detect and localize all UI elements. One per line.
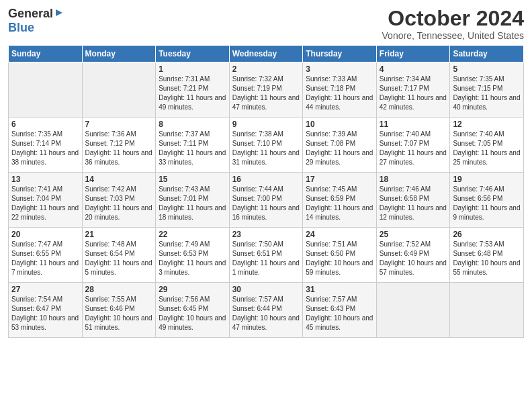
day-detail: Sunrise: 7:57 AMSunset: 6:43 PMDaylight:… xyxy=(306,295,373,332)
col-thursday: Thursday xyxy=(303,46,377,62)
day-number: 4 xyxy=(380,64,447,74)
calendar-cell: 11Sunrise: 7:40 AMSunset: 7:07 PMDayligh… xyxy=(376,118,450,173)
calendar-cell: 5Sunrise: 7:35 AMSunset: 7:15 PMDaylight… xyxy=(450,62,524,118)
day-number: 16 xyxy=(232,175,300,184)
day-detail: Sunrise: 7:42 AMSunset: 7:03 PMDaylight:… xyxy=(85,185,153,222)
day-number: 18 xyxy=(380,175,447,184)
calendar-cell: 10Sunrise: 7:39 AMSunset: 7:08 PMDayligh… xyxy=(303,118,377,173)
day-detail: Sunrise: 7:35 AMSunset: 7:14 PMDaylight:… xyxy=(11,130,79,167)
day-detail: Sunrise: 7:35 AMSunset: 7:15 PMDaylight:… xyxy=(453,75,521,112)
calendar-cell xyxy=(376,283,450,338)
day-number: 30 xyxy=(232,285,300,294)
calendar-cell: 21Sunrise: 7:48 AMSunset: 6:54 PMDayligh… xyxy=(82,228,156,283)
calendar-table: Sunday Monday Tuesday Wednesday Thursday… xyxy=(8,45,524,338)
calendar-cell: 22Sunrise: 7:49 AMSunset: 6:53 PMDayligh… xyxy=(156,228,230,283)
day-detail: Sunrise: 7:44 AMSunset: 7:00 PMDaylight:… xyxy=(232,185,300,222)
calendar-cell: 2Sunrise: 7:32 AMSunset: 7:19 PMDaylight… xyxy=(229,62,303,118)
day-number: 25 xyxy=(380,230,447,239)
day-detail: Sunrise: 7:50 AMSunset: 6:51 PMDaylight:… xyxy=(232,240,300,277)
calendar-cell: 4Sunrise: 7:34 AMSunset: 7:17 PMDaylight… xyxy=(376,62,450,118)
calendar-week-2: 6Sunrise: 7:35 AMSunset: 7:14 PMDaylight… xyxy=(9,118,524,173)
day-detail: Sunrise: 7:40 AMSunset: 7:05 PMDaylight:… xyxy=(453,130,521,167)
page-container: General Blue October 2024 Vonore, Tennes… xyxy=(0,0,532,343)
calendar-cell: 25Sunrise: 7:52 AMSunset: 6:49 PMDayligh… xyxy=(376,228,450,283)
col-tuesday: Tuesday xyxy=(156,46,230,62)
calendar-week-1: 1Sunrise: 7:31 AMSunset: 7:21 PMDaylight… xyxy=(9,62,524,118)
col-saturday: Saturday xyxy=(450,46,524,62)
day-detail: Sunrise: 7:49 AMSunset: 6:53 PMDaylight:… xyxy=(159,240,226,277)
calendar-cell: 6Sunrise: 7:35 AMSunset: 7:14 PMDaylight… xyxy=(9,118,83,173)
day-detail: Sunrise: 7:45 AMSunset: 6:59 PMDaylight:… xyxy=(306,185,373,222)
day-detail: Sunrise: 7:40 AMSunset: 7:07 PMDaylight:… xyxy=(380,130,447,167)
day-number: 19 xyxy=(453,175,521,184)
header-row: Sunday Monday Tuesday Wednesday Thursday… xyxy=(9,46,524,62)
day-detail: Sunrise: 7:34 AMSunset: 7:17 PMDaylight:… xyxy=(380,75,447,112)
day-detail: Sunrise: 7:37 AMSunset: 7:11 PMDaylight:… xyxy=(159,130,226,167)
day-number: 3 xyxy=(306,64,373,74)
calendar-week-3: 13Sunrise: 7:41 AMSunset: 7:04 PMDayligh… xyxy=(9,173,524,228)
day-detail: Sunrise: 7:36 AMSunset: 7:12 PMDaylight:… xyxy=(85,130,153,167)
day-detail: Sunrise: 7:57 AMSunset: 6:44 PMDaylight:… xyxy=(232,295,300,332)
col-monday: Monday xyxy=(82,46,156,62)
calendar-cell: 13Sunrise: 7:41 AMSunset: 7:04 PMDayligh… xyxy=(9,173,83,228)
calendar-cell: 12Sunrise: 7:40 AMSunset: 7:05 PMDayligh… xyxy=(450,118,524,173)
day-number: 6 xyxy=(11,120,79,129)
day-detail: Sunrise: 7:39 AMSunset: 7:08 PMDaylight:… xyxy=(306,130,373,167)
col-friday: Friday xyxy=(376,46,450,62)
day-detail: Sunrise: 7:51 AMSunset: 6:50 PMDaylight:… xyxy=(306,240,373,277)
day-number: 26 xyxy=(453,230,521,239)
calendar-cell: 14Sunrise: 7:42 AMSunset: 7:03 PMDayligh… xyxy=(82,173,156,228)
day-number: 20 xyxy=(11,230,79,239)
month-title: October 2024 xyxy=(382,7,524,30)
day-number: 31 xyxy=(306,285,373,294)
day-detail: Sunrise: 7:46 AMSunset: 6:56 PMDaylight:… xyxy=(453,185,521,222)
day-number: 28 xyxy=(85,285,153,294)
day-detail: Sunrise: 7:53 AMSunset: 6:48 PMDaylight:… xyxy=(453,240,521,277)
day-detail: Sunrise: 7:55 AMSunset: 6:46 PMDaylight:… xyxy=(85,295,153,332)
col-wednesday: Wednesday xyxy=(229,46,303,62)
day-number: 24 xyxy=(306,230,373,239)
calendar-cell: 24Sunrise: 7:51 AMSunset: 6:50 PMDayligh… xyxy=(303,228,377,283)
day-number: 10 xyxy=(306,120,373,129)
day-detail: Sunrise: 7:31 AMSunset: 7:21 PMDaylight:… xyxy=(159,75,226,112)
day-detail: Sunrise: 7:48 AMSunset: 6:54 PMDaylight:… xyxy=(85,240,153,277)
day-number: 17 xyxy=(306,175,373,184)
day-number: 1 xyxy=(159,64,226,74)
logo: General Blue xyxy=(8,7,64,35)
calendar-cell: 7Sunrise: 7:36 AMSunset: 7:12 PMDaylight… xyxy=(82,118,156,173)
calendar-cell xyxy=(450,283,524,338)
day-number: 13 xyxy=(11,175,79,184)
col-sunday: Sunday xyxy=(9,46,83,62)
day-number: 29 xyxy=(159,285,226,294)
day-number: 21 xyxy=(85,230,153,239)
calendar-cell: 9Sunrise: 7:38 AMSunset: 7:10 PMDaylight… xyxy=(229,118,303,173)
day-number: 5 xyxy=(453,64,521,74)
calendar-cell: 26Sunrise: 7:53 AMSunset: 6:48 PMDayligh… xyxy=(450,228,524,283)
title-section: October 2024 Vonore, Tennessee, United S… xyxy=(382,7,524,41)
day-detail: Sunrise: 7:56 AMSunset: 6:45 PMDaylight:… xyxy=(159,295,226,332)
day-number: 27 xyxy=(11,285,79,294)
day-detail: Sunrise: 7:43 AMSunset: 7:01 PMDaylight:… xyxy=(159,185,226,222)
calendar-cell xyxy=(82,62,156,118)
day-number: 23 xyxy=(232,230,300,239)
day-number: 22 xyxy=(159,230,226,239)
calendar-cell: 17Sunrise: 7:45 AMSunset: 6:59 PMDayligh… xyxy=(303,173,377,228)
calendar-cell: 30Sunrise: 7:57 AMSunset: 6:44 PMDayligh… xyxy=(229,283,303,338)
calendar-cell: 27Sunrise: 7:54 AMSunset: 6:47 PMDayligh… xyxy=(9,283,83,338)
calendar-cell: 16Sunrise: 7:44 AMSunset: 7:00 PMDayligh… xyxy=(229,173,303,228)
day-number: 11 xyxy=(380,120,447,129)
day-number: 7 xyxy=(85,120,153,129)
day-number: 12 xyxy=(453,120,521,129)
calendar-cell: 1Sunrise: 7:31 AMSunset: 7:21 PMDaylight… xyxy=(156,62,230,118)
calendar-week-4: 20Sunrise: 7:47 AMSunset: 6:55 PMDayligh… xyxy=(9,228,524,283)
day-detail: Sunrise: 7:33 AMSunset: 7:18 PMDaylight:… xyxy=(306,75,373,112)
calendar-cell: 3Sunrise: 7:33 AMSunset: 7:18 PMDaylight… xyxy=(303,62,377,118)
day-detail: Sunrise: 7:38 AMSunset: 7:10 PMDaylight:… xyxy=(232,130,300,167)
calendar-week-5: 27Sunrise: 7:54 AMSunset: 6:47 PMDayligh… xyxy=(9,283,524,338)
calendar-cell: 15Sunrise: 7:43 AMSunset: 7:01 PMDayligh… xyxy=(156,173,230,228)
logo-blue: Blue xyxy=(8,21,34,35)
calendar-cell xyxy=(9,62,83,118)
day-detail: Sunrise: 7:41 AMSunset: 7:04 PMDaylight:… xyxy=(11,185,79,222)
calendar-cell: 18Sunrise: 7:46 AMSunset: 6:58 PMDayligh… xyxy=(376,173,450,228)
day-number: 8 xyxy=(159,120,226,129)
